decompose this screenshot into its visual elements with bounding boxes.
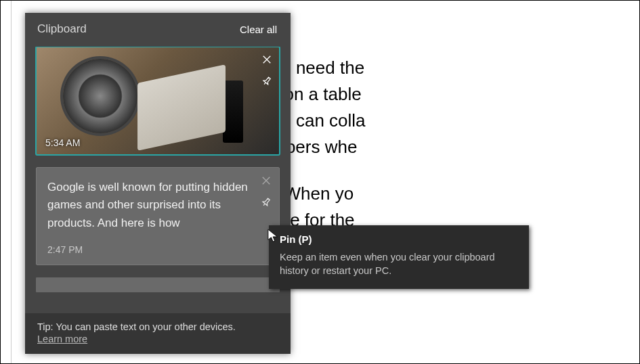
pin-icon[interactable]	[258, 72, 276, 90]
clipboard-panel: Clipboard Clear all SSD 5:34 AM Google i…	[25, 13, 291, 354]
pin-tooltip: Pin (P) Keep an item even when you clear…	[269, 225, 529, 289]
clipboard-header: Clipboard Clear all	[25, 13, 291, 47]
image-ssd-label: SSD	[168, 124, 200, 142]
clipboard-tip-text: Tip: You can paste text on your other de…	[37, 321, 278, 332]
clipboard-title: Clipboard	[37, 22, 87, 36]
clipboard-item-time: 2:47 PM	[47, 244, 252, 255]
close-icon[interactable]	[257, 172, 275, 189]
clipboard-item-image[interactable]: SSD 5:34 AM	[36, 47, 280, 155]
clipboard-item-text-content: Google is well known for putting hidden …	[47, 179, 252, 232]
close-icon[interactable]	[258, 51, 276, 68]
clipboard-item-text[interactable]: Google is well known for putting hidden …	[36, 167, 280, 265]
clipboard-tip: Tip: You can paste text on your other de…	[25, 313, 291, 354]
clipboard-item-actions	[257, 172, 275, 211]
clipboard-item-actions	[258, 51, 276, 90]
mouse-cursor-icon	[268, 229, 280, 244]
tooltip-title: Pin (P)	[280, 233, 518, 245]
image-detail	[223, 81, 243, 143]
pin-icon[interactable]	[257, 194, 275, 211]
clipboard-item-placeholder	[36, 277, 280, 292]
clear-all-button[interactable]: Clear all	[240, 24, 277, 35]
learn-more-link[interactable]: Learn more	[37, 334, 87, 344]
tooltip-description: Keep an item even when you clear your cl…	[280, 250, 518, 278]
clipboard-items-list: SSD 5:34 AM Google is well known for put…	[25, 47, 291, 313]
clipboard-item-time: 5:34 AM	[45, 137, 80, 148]
